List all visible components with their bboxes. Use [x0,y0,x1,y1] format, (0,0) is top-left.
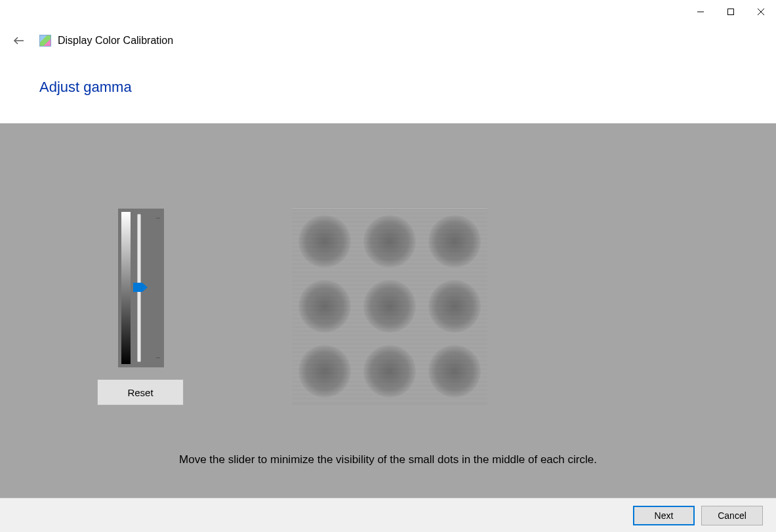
gamma-dot [422,274,487,338]
heading-section: Adjust gamma [0,58,776,114]
gamma-dot [357,339,422,404]
next-button[interactable]: Next [633,506,695,525]
close-button[interactable] [746,1,776,22]
app-icon [39,35,51,47]
gamma-dot [357,209,422,274]
minimize-button[interactable] [685,1,716,22]
gamma-slider[interactable] [131,209,164,367]
gamma-preview [292,209,487,404]
window-title: Display Color Calibration [58,35,173,47]
window-title-bar [0,0,776,24]
reset-button-label: Reset [127,387,153,398]
slider-tick-bottom [156,358,160,358]
page-heading: Adjust gamma [39,79,737,96]
svg-marker-5 [133,283,148,292]
gamma-dot [292,339,357,404]
slider-thumb[interactable] [133,283,148,292]
gamma-dot [422,339,487,404]
next-button-label: Next [655,510,674,521]
gamma-dot [357,274,422,338]
gradient-strip [121,212,131,364]
instruction-text: Move the slider to minimize the visibili… [0,453,776,466]
gamma-slider-block [118,209,164,367]
cancel-button-label: Cancel [718,510,746,521]
slider-tick-top [156,218,160,218]
back-button[interactable] [9,31,29,51]
content-area: Reset Move the slider to minimize the vi… [0,123,776,498]
maximize-button[interactable] [716,1,746,22]
gamma-dot [422,209,487,274]
gamma-dot [292,274,357,338]
gamma-dot [292,209,357,274]
gamma-preview-grid [292,209,487,404]
svg-rect-1 [728,9,734,15]
reset-button[interactable]: Reset [97,379,184,405]
footer-bar: Next Cancel [0,498,776,532]
header-bar: Display Color Calibration [0,24,776,58]
cancel-button[interactable]: Cancel [701,506,763,525]
